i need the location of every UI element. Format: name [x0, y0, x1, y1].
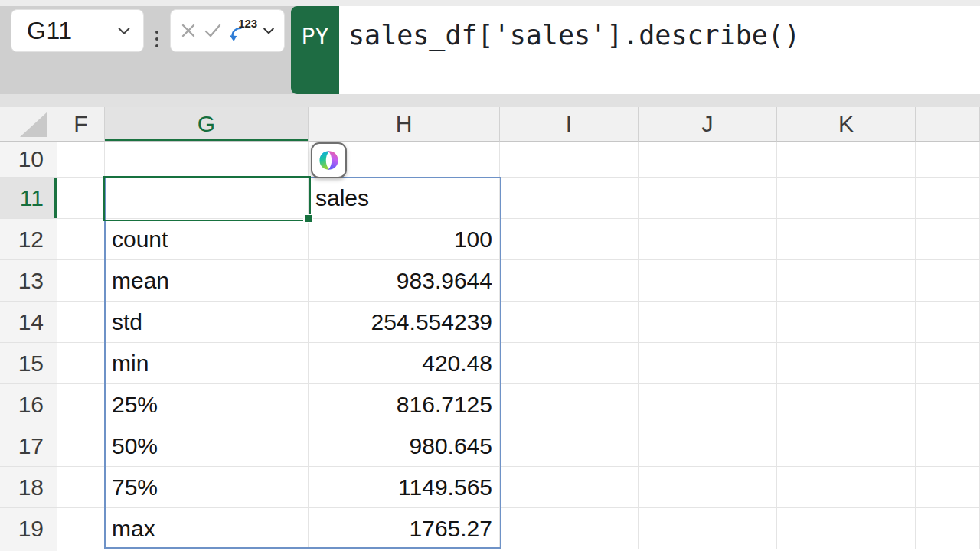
empty-cell[interactable]: [500, 219, 639, 260]
column-header-f[interactable]: F: [57, 107, 105, 142]
stat-label-cell[interactable]: count: [105, 219, 309, 260]
row-header-18[interactable]: 18: [0, 467, 57, 508]
enter-check-icon[interactable]: [202, 21, 224, 41]
copilot-button[interactable]: [311, 142, 347, 178]
empty-cell[interactable]: [57, 219, 105, 260]
row-header-16[interactable]: 16: [0, 384, 57, 425]
empty-cell[interactable]: [500, 260, 639, 302]
output-type-chevron-down-icon[interactable]: [261, 23, 276, 38]
row-header-13[interactable]: 13: [0, 260, 57, 302]
empty-cell[interactable]: [777, 178, 916, 219]
stat-value-cell[interactable]: 100: [309, 219, 500, 260]
stat-value-cell[interactable]: 1765.27: [309, 508, 500, 549]
empty-cell[interactable]: [500, 302, 639, 343]
empty-cell[interactable]: [639, 425, 777, 467]
column-header-i[interactable]: I: [500, 107, 639, 142]
column-header-h[interactable]: H: [309, 107, 500, 142]
empty-cell[interactable]: [916, 142, 980, 178]
row-header-14[interactable]: 14: [0, 302, 57, 343]
active-cell-selection-border: [103, 176, 311, 221]
stat-label-cell[interactable]: max: [105, 508, 309, 549]
empty-cell[interactable]: [916, 260, 980, 302]
empty-cell[interactable]: [916, 384, 980, 425]
empty-cell[interactable]: [57, 142, 105, 178]
empty-cell[interactable]: [916, 467, 980, 508]
empty-cell[interactable]: [57, 508, 105, 549]
empty-cell[interactable]: [916, 508, 980, 549]
empty-cell[interactable]: [639, 142, 777, 178]
select-all-triangle-icon: [20, 112, 47, 137]
empty-cell[interactable]: [500, 425, 639, 467]
stat-label-cell[interactable]: 75%: [105, 467, 309, 508]
empty-cell[interactable]: [639, 260, 777, 302]
row-header-11-selected[interactable]: 11: [0, 178, 57, 219]
empty-cell[interactable]: [777, 219, 916, 260]
empty-cell[interactable]: [639, 343, 777, 384]
column-header-partial[interactable]: [916, 107, 980, 142]
empty-cell[interactable]: [500, 467, 639, 508]
empty-cell[interactable]: [57, 425, 105, 467]
empty-cell[interactable]: [639, 384, 777, 425]
empty-cell[interactable]: [777, 425, 916, 467]
empty-cell[interactable]: [639, 302, 777, 343]
empty-cell[interactable]: [639, 178, 777, 219]
empty-cell[interactable]: [500, 343, 639, 384]
empty-cell[interactable]: [57, 302, 105, 343]
empty-cell[interactable]: [57, 384, 105, 425]
name-box[interactable]: G11: [11, 9, 144, 52]
stat-value-cell[interactable]: 254.554239: [309, 302, 500, 343]
column-header-row: F G H I J K: [0, 107, 980, 142]
empty-cell[interactable]: [916, 219, 980, 260]
empty-cell[interactable]: [500, 508, 639, 549]
empty-cell[interactable]: [777, 508, 916, 549]
name-box-chevron-down-icon[interactable]: [116, 22, 132, 39]
stat-label-cell[interactable]: min: [105, 343, 309, 384]
stat-value-cell[interactable]: 983.9644: [309, 260, 500, 302]
row-header-12[interactable]: 12: [0, 219, 57, 260]
empty-cell[interactable]: [777, 467, 916, 508]
empty-cell[interactable]: [500, 178, 639, 219]
empty-cell[interactable]: [639, 508, 777, 549]
row-header-10[interactable]: 10: [0, 142, 57, 178]
empty-cell[interactable]: [916, 343, 980, 384]
row-header-19[interactable]: 19: [0, 508, 57, 549]
empty-cell[interactable]: [57, 343, 105, 384]
empty-cell[interactable]: [916, 178, 980, 219]
column-header-j[interactable]: J: [639, 107, 777, 142]
select-all-corner[interactable]: [0, 107, 57, 142]
stat-value-cell[interactable]: 420.48: [309, 343, 500, 384]
empty-cell[interactable]: [777, 384, 916, 425]
empty-cell[interactable]: [57, 178, 105, 219]
formula-bar-grip-icon[interactable]: [152, 21, 162, 57]
empty-cell[interactable]: [57, 467, 105, 508]
empty-cell[interactable]: [105, 142, 309, 178]
column-header-k[interactable]: K: [777, 107, 916, 142]
empty-cell[interactable]: [916, 425, 980, 467]
empty-cell[interactable]: [777, 302, 916, 343]
stat-label-cell[interactable]: 25%: [105, 384, 309, 425]
stat-label-cell[interactable]: std: [105, 302, 309, 343]
empty-cell[interactable]: [777, 343, 916, 384]
cancel-x-icon[interactable]: [178, 21, 198, 41]
empty-cell[interactable]: [916, 302, 980, 343]
empty-cell[interactable]: [639, 467, 777, 508]
empty-cell[interactable]: [777, 260, 916, 302]
stat-label-cell[interactable]: 50%: [105, 425, 309, 467]
empty-cell[interactable]: [639, 219, 777, 260]
stat-value-cell[interactable]: 816.7125: [309, 384, 500, 425]
row-header-15[interactable]: 15: [0, 343, 57, 384]
spill-header-cell-h11[interactable]: sales: [309, 178, 500, 219]
stat-value-cell[interactable]: 980.645: [309, 425, 500, 467]
column-header-g-selected[interactable]: G: [105, 107, 309, 142]
empty-cell[interactable]: [500, 142, 639, 178]
stat-value-cell[interactable]: 1149.565: [309, 467, 500, 508]
row-16: 16 25% 816.7125: [0, 384, 980, 425]
formula-input[interactable]: sales_df['sales'].describe(): [339, 6, 980, 94]
empty-cell[interactable]: [57, 260, 105, 302]
row-header-17[interactable]: 17: [0, 425, 57, 467]
fill-handle[interactable]: [303, 214, 313, 223]
python-output-arrow-123-icon[interactable]: 123: [227, 17, 257, 44]
empty-cell[interactable]: [500, 384, 639, 425]
stat-label-cell[interactable]: mean: [105, 260, 309, 302]
empty-cell[interactable]: [777, 142, 916, 178]
